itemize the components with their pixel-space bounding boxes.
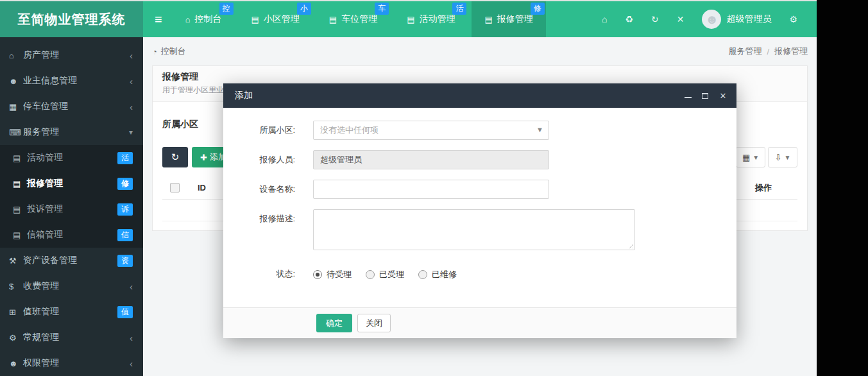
sidebar-item-general[interactable]: ⚙ 常规管理 ‹ [0, 325, 143, 350]
app-window: 至简物业管理系统 ≡ ⌂ 控制台 控 ▤ 小区管理 小 ▤ 车位管理 车 [0, 0, 817, 376]
dialog-header[interactable]: 添加 ✕ [223, 83, 736, 108]
tools-icon: ⚒ [9, 256, 23, 266]
breadcrumb-current: 报修管理 [774, 46, 808, 57]
trash-icon[interactable]: ♻ [616, 14, 642, 24]
list-icon: ▤ [13, 230, 27, 240]
breadcrumb-trail: 服务管理 / 报修管理 [728, 46, 808, 57]
breadcrumb-console[interactable]: ◔ 控制台 [152, 46, 186, 57]
topnav-item-activity[interactable]: ▤ 活动管理 活 [394, 1, 468, 37]
nav-badge: 活 [452, 3, 466, 15]
community-select-value: 没有选中任何项 [320, 124, 379, 136]
device-name-field[interactable] [313, 180, 549, 199]
sidebar-item-assets[interactable]: ⚒ 资产设备管理 资 [0, 248, 143, 273]
refresh-button[interactable]: ↻ [162, 147, 188, 167]
top-navigation: ≡ ⌂ 控制台 控 ▤ 小区管理 小 ▤ 车位管理 车 ▤ [143, 1, 817, 37]
users-icon: ☻ [9, 359, 23, 368]
close-icon[interactable]: ✕ [719, 91, 728, 100]
list-icon: ▤ [13, 153, 27, 163]
home-icon: ⌂ [9, 51, 23, 60]
chevron-left-icon: ‹ [130, 101, 133, 112]
user-name: 超级管理员 [726, 13, 771, 25]
status-label: 状态: [223, 269, 313, 280]
sidebar: ⌂ 房产管理 ‹ ☻ 业主信息管理 ‹ ▦ 停车位管理 ‹ ⌨ 服务管理 [0, 37, 143, 376]
menu-toggle-icon[interactable]: ≡ [143, 12, 173, 27]
topnav-label: 报修管理 [497, 13, 533, 25]
export-icon: ⇩ [775, 153, 782, 162]
dialog-footer: 确定 关闭 [223, 307, 736, 338]
home-icon: ⌂ [185, 15, 191, 24]
maximize-icon[interactable] [702, 93, 708, 99]
description-label: 报修描述: [223, 209, 313, 252]
topnav-item-community[interactable]: ▤ 小区管理 小 [239, 1, 312, 37]
topnav-label: 小区管理 [264, 13, 300, 25]
reporter-label: 报修人员: [223, 150, 313, 169]
caret-down-icon: ▼ [753, 154, 759, 161]
screen: 至简物业管理系统 ≡ ⌂ 控制台 控 ▤ 小区管理 小 ▤ 车位管理 车 [0, 0, 868, 376]
nav-badge: 修 [531, 3, 545, 15]
community-filter-label: 所属小区 [162, 119, 198, 129]
sidebar-item-fees[interactable]: $ 收费管理 ‹ [0, 273, 143, 299]
sidebar-badge: 资 [117, 255, 133, 267]
device-label: 设备名称: [223, 180, 313, 199]
gear-icon: ⚙ [9, 333, 23, 343]
select-all-checkbox[interactable] [170, 183, 180, 192]
chevron-left-icon: ‹ [130, 332, 133, 343]
sidebar-item-service[interactable]: ⌨ 服务管理 ▾ [0, 119, 143, 145]
breadcrumb-separator: / [767, 47, 769, 56]
form-row-device: 设备名称: [223, 180, 736, 199]
chevron-left-icon: ‹ [130, 358, 133, 369]
radio-accepted[interactable]: 已受理 [366, 269, 404, 280]
app-title: 至简物业管理系统 [18, 11, 126, 28]
sidebar-item-repair[interactable]: ▤ 报修管理 修 [0, 171, 143, 196]
add-dialog: 添加 ✕ 所属小区: 没有选中任何项 ▼ [223, 83, 736, 338]
community-select[interactable]: 没有选中任何项 [313, 121, 549, 140]
breadcrumb: ◔ 控制台 服务管理 / 报修管理 [143, 37, 817, 65]
description-field[interactable] [313, 209, 635, 250]
sidebar-item-owner-info[interactable]: ☻ 业主信息管理 ‹ [0, 68, 143, 94]
app-logo[interactable]: 至简物业管理系统 [0, 1, 143, 37]
form-row-description: 报修描述: [223, 209, 736, 252]
topnav-item-console[interactable]: ⌂ 控制台 控 [173, 1, 235, 37]
breadcrumb-service-link[interactable]: 服务管理 [728, 46, 762, 57]
screen-black-strip [817, 0, 868, 376]
settings-gear-icon[interactable]: ⚙ [780, 14, 806, 24]
sidebar-badge: 修 [117, 178, 133, 190]
user-icon: ☻ [9, 76, 23, 86]
radio-pending[interactable]: 待受理 [313, 269, 352, 280]
user-menu[interactable]: ☻ 超级管理员 [693, 10, 780, 29]
description-control [313, 209, 635, 252]
sidebar-item-complaint[interactable]: ▤ 投诉管理 诉 [0, 196, 143, 222]
topnav-label: 控制台 [195, 13, 222, 25]
list-icon: ▤ [251, 15, 259, 24]
topnav-item-parking[interactable]: ▤ 车位管理 车 [316, 1, 390, 37]
plus-icon: ✚ [200, 153, 207, 162]
parking-icon: ▦ [9, 102, 23, 112]
sidebar-item-parking[interactable]: ▦ 停车位管理 ‹ [0, 94, 143, 119]
confirm-button[interactable]: 确定 [316, 314, 352, 332]
close-button[interactable]: 关闭 [357, 314, 391, 332]
nav-badge: 小 [297, 3, 311, 15]
sidebar-item-permissions[interactable]: ☻ 权限管理 ‹ [0, 350, 143, 376]
topbar-right-tools: ⌂ ♻ ↻ ✕ ☻ 超级管理员 ⚙ [593, 1, 817, 37]
columns-dropdown-button[interactable]: ▦ ▼ [736, 147, 765, 167]
fullscreen-icon[interactable]: ✕ [668, 14, 694, 24]
chevron-left-icon: ‹ [130, 76, 133, 87]
refresh-icon[interactable]: ↻ [642, 14, 668, 24]
sidebar-item-duty[interactable]: ⊞ 值班管理 值 [0, 299, 143, 325]
list-icon: ▤ [329, 15, 337, 24]
home-icon[interactable]: ⌂ [593, 14, 616, 24]
dollar-icon: $ [9, 282, 23, 291]
sidebar-item-activity[interactable]: ▤ 活动管理 活 [0, 145, 143, 171]
sidebar-item-property[interactable]: ⌂ 房产管理 ‹ [0, 42, 143, 68]
topnav-label: 车位管理 [341, 13, 377, 25]
topbar: 至简物业管理系统 ≡ ⌂ 控制台 控 ▤ 小区管理 小 ▤ 车位管理 车 [0, 1, 817, 37]
community-control: 没有选中任何项 ▼ [313, 121, 549, 140]
topnav-item-repair[interactable]: ▤ 报修管理 修 [472, 1, 545, 37]
sidebar-item-mailbox[interactable]: ▤ 信箱管理 信 [0, 222, 143, 248]
sidebar-badge: 活 [117, 152, 133, 164]
service-icon: ⌨ [9, 128, 23, 137]
radio-repaired[interactable]: 已维修 [418, 269, 457, 280]
export-dropdown-button[interactable]: ⇩ ▼ [768, 147, 797, 167]
minimize-icon[interactable] [685, 93, 692, 98]
list-icon: ▤ [13, 205, 27, 214]
